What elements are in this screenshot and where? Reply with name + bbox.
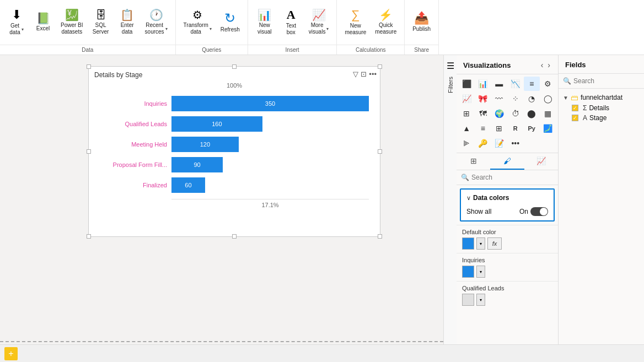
- chart-body: Inquiries 350 Qualified Leads 160 Meetin…: [89, 90, 380, 199]
- vis-icon-line[interactable]: 📉: [508, 77, 524, 91]
- vis-icon-ribbon[interactable]: 🎀: [475, 91, 491, 106]
- vis-icon-area[interactable]: 📈: [459, 91, 475, 106]
- text-box-button[interactable]: A Textbox: [279, 7, 303, 38]
- fields-tree-details[interactable]: ✓ Σ Details: [570, 103, 642, 113]
- toggle-track[interactable]: [530, 207, 548, 216]
- vis-icon-shape-map[interactable]: 🌍: [491, 106, 507, 121]
- vis-icon-decomp-tree[interactable]: ⫸: [459, 136, 475, 150]
- canvas-area[interactable]: ▽ ⊡ ••• Details by Stage 100% Inquiries …: [0, 55, 443, 362]
- vis-tab-build[interactable]: ⊞: [457, 153, 490, 170]
- chart-bar[interactable]: 350: [171, 96, 369, 111]
- details-checkbox[interactable]: ✓: [572, 105, 578, 111]
- vis-icon-r-visual[interactable]: R: [508, 121, 524, 136]
- chart-focus-icon[interactable]: ⊡: [361, 70, 367, 78]
- vis-panel-title: Visualizations: [463, 61, 511, 69]
- vis-icon-card[interactable]: ⬤: [524, 106, 540, 121]
- filter-label[interactable]: Filters: [447, 77, 454, 93]
- vis-icon-treemap[interactable]: ⊞: [459, 106, 475, 121]
- publish-button[interactable]: 📤 Publish: [409, 10, 434, 35]
- new-measure-button[interactable]: ∑ Newmeasure: [341, 7, 369, 38]
- vis-icon-combo[interactable]: ⚙: [540, 77, 556, 91]
- vis-icon-gauge[interactable]: ⏱: [508, 106, 524, 121]
- show-all-toggle[interactable]: On: [519, 207, 548, 216]
- chart-bar-container: 350: [171, 96, 369, 111]
- vis-icon-smart-narrative[interactable]: 📝: [491, 136, 507, 150]
- resize-handle-top[interactable]: [232, 64, 237, 69]
- vis-icon-stacked-bar[interactable]: ▬: [491, 77, 507, 91]
- qualified-leads-color-swatch[interactable]: [462, 294, 474, 306]
- vis-icon-matrix[interactable]: ⊞: [491, 121, 507, 136]
- resize-handle-bl[interactable]: [87, 234, 91, 239]
- resize-handle-bottom[interactable]: [232, 234, 237, 239]
- filter-strip-icon[interactable]: ☰: [447, 61, 454, 71]
- vis-nav-right[interactable]: ›: [546, 61, 551, 69]
- vis-icon-table[interactable]: ⬛: [459, 77, 475, 91]
- data-colors-header[interactable]: ∨ Data colors: [461, 190, 554, 205]
- vis-icon-waterfall[interactable]: 〰: [491, 91, 507, 106]
- vis-icon-donut[interactable]: ◯: [540, 91, 556, 106]
- default-color-dropdown[interactable]: ▾: [476, 237, 485, 250]
- sql-server-button[interactable]: 🗄 SQLServer: [89, 7, 113, 37]
- chart-bar[interactable]: 90: [171, 157, 223, 172]
- stage-checkbox[interactable]: ✓: [572, 115, 578, 121]
- transform-data-button[interactable]: ⚙ Transformdata ▾: [180, 7, 215, 37]
- vis-icon-more[interactable]: •••: [508, 136, 524, 150]
- power-bi-datasets-button[interactable]: 💹 Power BIdatasets: [57, 7, 87, 37]
- chart-filter-icon[interactable]: ▽: [353, 70, 358, 78]
- vis-search-input[interactable]: [471, 174, 554, 181]
- inquiries-color-label: Inquiries: [462, 257, 552, 263]
- vis-icon-py-visual[interactable]: Py: [524, 121, 540, 136]
- resize-handle-tl[interactable]: [87, 64, 91, 69]
- inquiries-color-dropdown[interactable]: ▾: [476, 266, 485, 278]
- chart-bar-label: Qualified Leads: [94, 121, 171, 127]
- chart-bar[interactable]: 120: [171, 137, 239, 152]
- excel-button[interactable]: 📗 Excel: [31, 10, 55, 34]
- vis-tab-format[interactable]: 🖌: [490, 153, 524, 170]
- vis-icon-pie[interactable]: ◔: [524, 91, 540, 106]
- details-sigma-icon: Σ: [581, 104, 587, 112]
- vis-nav-left[interactable]: ‹: [540, 61, 545, 69]
- fields-search-input[interactable]: [573, 77, 644, 85]
- chart-bar[interactable]: 60: [171, 177, 205, 193]
- fields-tree-children: ✓ Σ Details ✓ A Stage: [561, 103, 642, 123]
- inquiries-color-swatch[interactable]: [462, 266, 474, 278]
- new-visual-button[interactable]: 📊 Newvisual: [253, 7, 277, 37]
- default-color-swatch[interactable]: [462, 237, 474, 250]
- chart-bar-row: Finalized 60: [94, 176, 369, 194]
- more-visuals-button[interactable]: 📈 Morevisuals ▾: [305, 7, 332, 37]
- add-page-button[interactable]: +: [4, 347, 18, 360]
- vis-icon-funnel[interactable]: ≡: [524, 77, 540, 91]
- resize-handle-tr[interactable]: [378, 64, 382, 69]
- enter-data-button[interactable]: 📋 Enterdata: [115, 7, 139, 37]
- chart-bar-row: Inquiries 350: [94, 95, 369, 112]
- vis-tab-analytics[interactable]: 📈: [524, 153, 558, 170]
- toggle-on-label: On: [519, 208, 528, 215]
- toolbar: ⬇ Getdata ▾ 📗 Excel 💹 Power BIdatasets 🗄…: [0, 0, 644, 55]
- chart-bar[interactable]: 160: [171, 116, 262, 132]
- fields-tree-stage[interactable]: ✓ A Stage: [570, 113, 642, 123]
- vis-icon-map[interactable]: 🗺: [475, 106, 491, 121]
- resize-handle-br[interactable]: [378, 234, 382, 239]
- toolbar-section-queries: ⚙ Transformdata ▾ ↻ Refresh Queries: [176, 0, 248, 55]
- fields-title: Fields: [565, 61, 586, 69]
- vis-icon-slicer[interactable]: ≡: [475, 121, 491, 136]
- refresh-button[interactable]: ↻ Refresh: [217, 9, 243, 35]
- quick-measure-button[interactable]: ⚡ Quickmeasure: [372, 7, 400, 37]
- vis-icon-multi-row-card[interactable]: ▦: [540, 106, 556, 121]
- stage-type-icon: A: [581, 114, 587, 122]
- fields-tree-root[interactable]: ▼ 🗃 funnelchartdat: [561, 92, 642, 103]
- fields-tree: ▼ 🗃 funnelchartdat ✓ Σ Details ✓ A Stage: [559, 89, 644, 126]
- vis-icon-kpi[interactable]: ▲: [459, 121, 475, 136]
- vis-icon-azure-map[interactable]: 🗾: [540, 121, 556, 136]
- get-data-button[interactable]: ⬇ Getdata ▾: [4, 7, 29, 38]
- default-color-fx[interactable]: fx: [487, 237, 502, 250]
- chart-container[interactable]: ▽ ⊡ ••• Details by Stage 100% Inquiries …: [88, 66, 380, 237]
- vis-icon-key-influencers[interactable]: 🔑: [475, 136, 491, 150]
- vis-icon-bar[interactable]: 📊: [475, 77, 491, 91]
- chart-bar-container: 120: [171, 137, 369, 152]
- chart-more-icon[interactable]: •••: [369, 70, 377, 78]
- qualified-leads-color-dropdown[interactable]: ▾: [476, 294, 485, 306]
- recent-sources-button[interactable]: 🕐 Recentsources ▾: [142, 7, 171, 37]
- vis-icon-scatter[interactable]: ⁘: [508, 91, 524, 106]
- fields-tree-db-icon: 🗃: [571, 93, 578, 102]
